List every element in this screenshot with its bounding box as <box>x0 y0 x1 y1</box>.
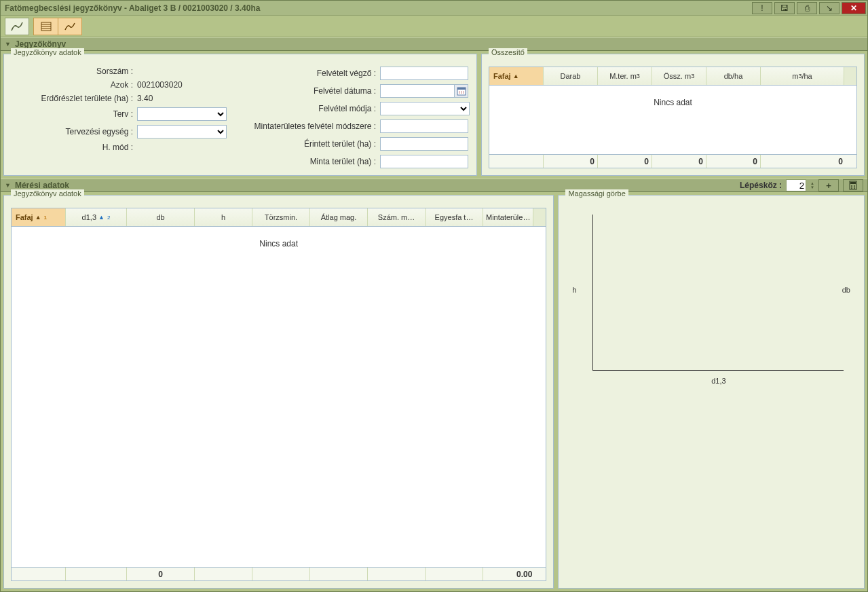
foot-db: 0 <box>127 568 195 580</box>
svg-point-14 <box>854 187 855 189</box>
osszesito-grid-head: Fafaj▲ Darab M.ter. m3 Össz. m3 db/ha m3… <box>489 67 856 86</box>
erintett-terulet-input[interactable] <box>380 137 468 151</box>
jegyzokonyv-section-header[interactable]: ▼ Jegyzőkönyv <box>1 37 867 51</box>
meresi-grid-head: Fafaj▲1 d1,3▲2 db h Törzsmin. Átlag mag.… <box>12 208 546 227</box>
meresi-section-header[interactable]: ▼ Mérési adatok Lépésköz : ▲▼ ＋ <box>1 179 867 192</box>
svg-point-12 <box>854 185 855 187</box>
curve-tool-button[interactable] <box>5 18 29 35</box>
col-db[interactable]: db <box>127 208 195 226</box>
scroll-spacer <box>844 67 856 85</box>
label-felvetelt-vegzo: Felvételt végző : <box>254 69 376 78</box>
fieldset-legend: Jegyzőkönyv adatok <box>11 48 84 56</box>
osszesito-legend: Összesítő <box>489 48 527 56</box>
svg-point-13 <box>851 187 852 189</box>
label-felvetel-modja: Felvétel módja : <box>254 104 376 113</box>
foot-m3ha: 0 <box>761 155 856 168</box>
window: Fatömegbecslési jegyzőkönyv - Abaliget 3… <box>0 0 868 592</box>
jegyzokonyv-panel: Jegyzőkönyv adatok Sorszám : Azok : 0021… <box>1 51 867 179</box>
col-ossz[interactable]: Össz. m3 <box>652 67 706 85</box>
osszesito-grid-foot: 0 0 0 0 0 <box>489 154 856 168</box>
label-azok: Azok : <box>11 80 133 90</box>
svg-rect-5 <box>457 88 466 90</box>
foot-ossz: 0 <box>652 155 706 168</box>
lepeskoz-stepper-icon[interactable]: ▲▼ <box>810 181 814 189</box>
terv-egyseg-select[interactable] <box>137 125 227 138</box>
felvetelt-vegzo-input[interactable] <box>380 67 468 80</box>
meresi-empty: Nincs adat <box>12 227 546 567</box>
value-erdo-terulet: 3.40 <box>137 94 153 103</box>
osszesito-empty: Nincs adat <box>489 86 856 154</box>
foot-minta: 0.00 <box>483 568 546 580</box>
meresi-panel: Jegyzőkönyv adatok Fafaj▲1 d1,3▲2 db h T… <box>1 192 867 591</box>
col-szam-m[interactable]: Szám. m… <box>368 208 426 226</box>
col-fafaj[interactable]: Fafaj▲1 <box>12 208 66 226</box>
scroll-spacer <box>533 208 546 226</box>
label-erdo-terulet: Erdőrészlet területe (ha) : <box>11 94 133 103</box>
felvetel-modja-select[interactable] <box>380 102 470 115</box>
save-button[interactable]: 🖫 <box>774 2 795 14</box>
col-dbha[interactable]: db/ha <box>706 67 761 85</box>
col-torzsmin[interactable]: Törzsmin. <box>252 208 310 226</box>
label-mintateruletes: Mintaterületes felvétel módszere : <box>254 122 376 131</box>
lepeskoz-label: Lépésköz : <box>740 181 782 190</box>
jegyzokonyv-adatok-fieldset: Jegyzőkönyv adatok Sorszám : Azok : 0021… <box>3 54 477 176</box>
section-title: Mérési adatok <box>15 181 69 190</box>
x-axis-label: d1,3 <box>593 377 844 385</box>
lepeskoz-input[interactable] <box>786 179 806 191</box>
curve-view-button[interactable] <box>58 18 82 35</box>
osszesito-fieldset: Összesítő Fafaj▲ Darab M.ter. m3 Össz. m… <box>481 54 865 176</box>
col-fafaj[interactable]: Fafaj▲ <box>489 67 544 85</box>
window-title: Fatömegbecslési jegyzőkönyv - Abaliget 3… <box>1 3 260 13</box>
col-egyesfa[interactable]: Egyesfa t… <box>426 208 483 226</box>
gorbe-fieldset: Magassági görbe h db d1,3 <box>558 195 865 589</box>
chevron-down-icon: ▼ <box>5 182 11 189</box>
meresi-grid-foot: 0 0.00 <box>12 567 546 580</box>
close-button[interactable]: ✕ <box>842 2 866 14</box>
col-atlag-mag[interactable]: Átlag mag. <box>310 208 368 226</box>
grid-view-button[interactable] <box>33 18 58 35</box>
terv-select[interactable] <box>137 107 227 121</box>
mintateruletes-input[interactable] <box>380 119 468 133</box>
meresi-legend: Jegyzőkönyv adatok <box>11 189 84 198</box>
add-row-button[interactable]: ＋ <box>818 179 839 191</box>
chart-axes: d1,3 <box>592 215 844 371</box>
label-sorszam: Sorszám : <box>11 67 133 76</box>
height-curve-chart: h db d1,3 <box>565 208 857 384</box>
export-button[interactable]: ↘ <box>819 2 839 14</box>
label-hmod: H. mód : <box>11 143 133 152</box>
svg-rect-10 <box>850 182 856 184</box>
felvetel-datuma-input[interactable] <box>380 84 455 98</box>
label-minta-terulet: Minta terület (ha) : <box>254 157 376 166</box>
osszesito-grid: Fafaj▲ Darab M.ter. m3 Össz. m3 db/ha m3… <box>489 67 857 168</box>
col-mintaterule[interactable]: Mintaterüle… <box>483 208 533 226</box>
foot-dbha: 0 <box>706 155 761 168</box>
titlebar-buttons: ! 🖫 ⎙ ↘ ✕ <box>752 2 867 14</box>
col-h[interactable]: h <box>195 208 252 226</box>
label-terv-egyseg: Tervezési egység : <box>11 127 133 136</box>
meresi-tools: Lépésköz : ▲▼ ＋ <box>740 179 863 191</box>
titlebar: Fatömegbecslési jegyzőkönyv - Abaliget 3… <box>1 1 867 16</box>
section-title: Jegyzőkönyv <box>15 39 66 49</box>
col-m3ha[interactable]: m3/ha <box>761 67 844 85</box>
chevron-down-icon: ▼ <box>5 41 11 48</box>
toolbar <box>1 16 867 37</box>
label-terv: Terv : <box>11 109 133 119</box>
label-felvetel-datuma: Felvétel dátuma : <box>254 86 376 96</box>
col-darab[interactable]: Darab <box>544 67 598 85</box>
col-mter[interactable]: M.ter. m3 <box>598 67 652 85</box>
svg-point-11 <box>851 185 852 187</box>
calculator-button[interactable] <box>843 179 863 191</box>
col-d13[interactable]: d1,3▲2 <box>66 208 127 226</box>
foot-darab: 0 <box>544 155 598 168</box>
meresi-grid: Fafaj▲1 d1,3▲2 db h Törzsmin. Átlag mag.… <box>11 208 546 581</box>
foot-mter: 0 <box>598 155 652 168</box>
value-azok: 0021003020 <box>137 80 183 90</box>
label-erintett-terulet: Érintett terület (ha) : <box>254 139 376 149</box>
print-button[interactable]: ⎙ <box>797 2 817 14</box>
y-axis-label: h <box>572 286 576 294</box>
calendar-icon[interactable] <box>455 84 468 98</box>
gorbe-legend: Magassági görbe <box>565 189 628 198</box>
minta-terulet-input[interactable] <box>380 155 468 168</box>
info-button[interactable]: ! <box>752 2 772 14</box>
meresi-adatok-fieldset: Jegyzőkönyv adatok Fafaj▲1 d1,3▲2 db h T… <box>3 195 554 589</box>
